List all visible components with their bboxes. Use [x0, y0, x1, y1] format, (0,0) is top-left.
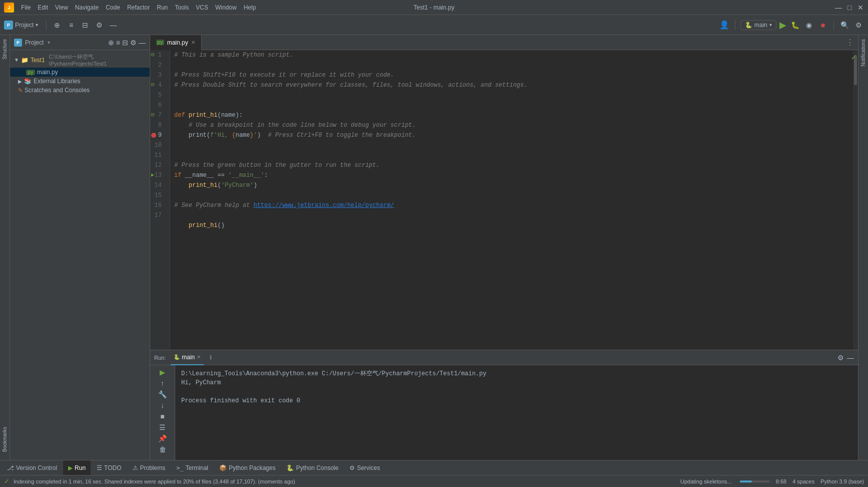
run-wrench-icon[interactable]: 🔧	[158, 390, 167, 398]
search-button[interactable]: 🔍	[839, 20, 850, 31]
tab-python-console[interactable]: 🐍 Python Console	[281, 460, 343, 475]
menu-edit[interactable]: Edit	[35, 3, 51, 12]
run-stop-icon[interactable]: ■	[160, 412, 164, 420]
hide-panel-icon[interactable]: —	[108, 20, 119, 31]
bookmarks-tab[interactable]: Bookmarks	[1, 423, 9, 456]
run-settings-icon[interactable]: ⚙	[837, 354, 844, 362]
progress-bar	[740, 480, 770, 482]
code-editor[interactable]: ⊟ 1 2 3 ⊟ 4 5 6 ⊟ 7 8 9	[150, 50, 858, 350]
run-button[interactable]: ▶	[779, 20, 786, 31]
line-num-15: 15	[150, 190, 170, 200]
menu-view[interactable]: View	[52, 3, 71, 12]
tab-todo[interactable]: ☰ TODO	[92, 460, 126, 475]
tree-item-mainpy[interactable]: py main.py	[10, 68, 150, 77]
structure-tab[interactable]: Structure	[1, 35, 9, 64]
run-command-line: D:\Learning_Tools\Anaconda3\python.exe C…	[181, 369, 852, 378]
settings-button[interactable]: ⚙	[853, 20, 864, 31]
tab-terminal[interactable]: >_ Terminal	[171, 460, 213, 475]
bottom-tabs-bar: ⎇ Version Control ▶ Run ☰ TODO ⚠ Problem…	[0, 460, 868, 475]
close-button[interactable]: ✕	[857, 4, 864, 11]
panel-collapse-icon[interactable]: ⊟	[122, 39, 128, 47]
tab-services[interactable]: ⚙ Services	[344, 460, 385, 475]
python-version-indicator[interactable]: Python 3.9 (base)	[820, 478, 864, 484]
menu-file[interactable]: File	[18, 3, 34, 12]
sep3	[833, 20, 834, 30]
fold-icon-7: ⊟	[151, 110, 154, 120]
panel-scroll-icon[interactable]: ≡	[116, 39, 120, 47]
tab-run[interactable]: ▶ Run	[63, 460, 91, 475]
folder-icon: 📁	[21, 57, 29, 64]
python-packages-icon: 📦	[219, 464, 227, 471]
status-ok-icon: ✓	[4, 477, 10, 485]
collapse-all-icon[interactable]: ≡	[66, 20, 77, 31]
line-col-indicator[interactable]: 8:68	[776, 478, 786, 484]
run-minimize-icon[interactable]: —	[847, 354, 854, 362]
menu-bar: File Edit View Navigate Code Refactor Ru…	[18, 3, 259, 12]
panel-locate-icon[interactable]: ⊕	[108, 39, 114, 47]
stop-button[interactable]: ■	[817, 20, 828, 31]
line-num-1: ⊟ 1	[150, 50, 170, 60]
status-left-text: Indexing completed in 1 min, 16 sec. Sha…	[14, 478, 295, 484]
python-console-icon: 🐍	[286, 464, 294, 471]
run-scroll-up-icon[interactable]: ↑	[161, 379, 164, 387]
run-panel-info-icon[interactable]: ℹ	[210, 354, 212, 361]
new-file-icon[interactable]: ⊕	[52, 20, 63, 31]
title-bar: J File Edit View Navigate Code Refactor …	[0, 0, 868, 15]
panel-dropdown-icon[interactable]: ▾	[48, 40, 50, 45]
line-numbers: ⊟ 1 2 3 ⊟ 4 5 6 ⊟ 7 8 9	[150, 50, 170, 350]
line-num-5: 5	[150, 90, 170, 100]
settings-icon[interactable]: ⚙	[94, 20, 105, 31]
menu-window[interactable]: Window	[212, 3, 240, 12]
scratches-label: Scratches and Consoles	[25, 87, 90, 94]
scratch-icon: ✎	[18, 87, 23, 94]
run-trash-icon[interactable]: 🗑	[159, 445, 166, 453]
run-config-dropdown[interactable]: 🐍 main ▾	[740, 20, 776, 30]
indent-indicator[interactable]: 4 spaces	[792, 478, 814, 484]
tree-item-external-libs[interactable]: ▶ 📚 External Libraries	[10, 77, 150, 86]
sep2	[735, 20, 735, 30]
menu-refactor[interactable]: Refactor	[124, 3, 153, 12]
project-dropdown[interactable]: Project ▾	[15, 22, 38, 29]
menu-tools[interactable]: Tools	[172, 3, 192, 12]
project-path: C:\Users\一杯空气\PycharmProjects\Test1	[49, 53, 146, 67]
tree-item-test1[interactable]: ▼ 📁 Test1 C:\Users\一杯空气\PycharmProjects\…	[10, 52, 150, 68]
menu-code[interactable]: Code	[103, 3, 123, 12]
editor-scrollbar[interactable]: ✓	[853, 50, 858, 350]
menu-vcs[interactable]: VCS	[193, 3, 211, 12]
run-tab-close-icon[interactable]: ✕	[197, 354, 201, 360]
debug-button[interactable]: 🐛	[789, 20, 800, 31]
tree-item-scratches[interactable]: ✎ Scratches and Consoles	[10, 86, 150, 95]
tab-python-packages[interactable]: 📦 Python Packages	[214, 460, 280, 475]
run-pin-icon[interactable]: 📌	[158, 434, 167, 442]
menu-help[interactable]: Help	[241, 3, 259, 12]
run-scroll-down-icon[interactable]: ↓	[161, 401, 164, 409]
line-num-7: ⊟ 7	[150, 110, 170, 120]
line-num-13: ▶ 13	[150, 170, 170, 180]
maximize-button[interactable]: □	[846, 4, 853, 11]
project-panel: P Project ▾ ⊕ ≡ ⊟ ⚙ — ▼ 📁 Test1 C:\Users…	[10, 35, 150, 460]
notifications-label[interactable]: Notifications	[860, 39, 866, 66]
tab-close-icon[interactable]: ✕	[191, 40, 195, 45]
panel-settings-icon[interactable]: ⚙	[130, 39, 137, 47]
tab-mainpy[interactable]: py main.py ✕	[150, 35, 202, 50]
tab-version-control[interactable]: ⎇ Version Control	[2, 460, 62, 475]
line-num-18	[150, 220, 170, 230]
tab-problems[interactable]: ⚠ Problems	[128, 460, 171, 475]
expand-all-icon[interactable]: ⊟	[80, 20, 91, 31]
panel-title-label: Project	[25, 39, 44, 46]
minimize-button[interactable]: —	[835, 4, 842, 11]
code-line-10	[170, 140, 853, 150]
code-line-7: def print_hi(name):	[170, 110, 853, 120]
run-with-coverage-button[interactable]: ◉	[803, 20, 814, 31]
external-libs-label: External Libraries	[34, 78, 80, 85]
menu-run[interactable]: Run	[154, 3, 171, 12]
code-line-14: print_hi('PyCharm')	[170, 180, 853, 190]
line-num-6: 6	[150, 100, 170, 110]
account-icon[interactable]: 👤	[719, 20, 730, 31]
menu-navigate[interactable]: Navigate	[72, 3, 102, 12]
run-main-tab[interactable]: 🐍 main ✕	[171, 350, 204, 365]
run-rerun-button[interactable]: ▶	[160, 368, 165, 376]
panel-close-icon[interactable]: —	[139, 39, 146, 47]
tab-more-icon[interactable]: ⋮	[842, 38, 858, 47]
run-format-icon[interactable]: ☰	[159, 423, 166, 431]
